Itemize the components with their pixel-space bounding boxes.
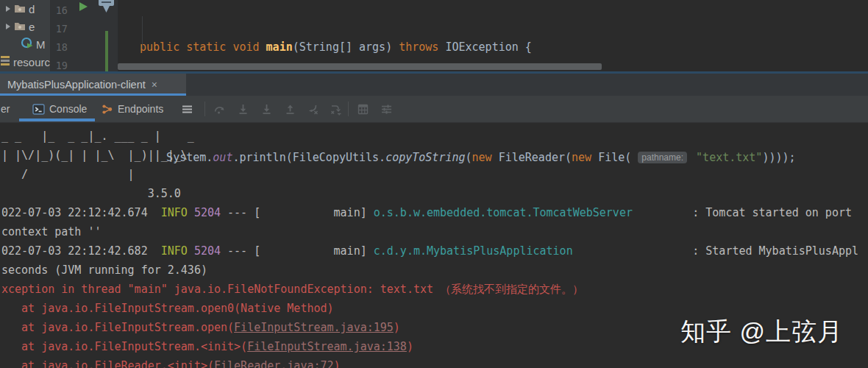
token xyxy=(188,244,194,258)
resources-root-icon xyxy=(1,55,10,68)
token: at java.io.FileInputStream.open( xyxy=(1,321,234,334)
stacktrace-link[interactable]: FileInputStream.java:138 xyxy=(247,340,407,353)
tree-item-folder-2[interactable]: e xyxy=(0,19,35,34)
line-number: 16 xyxy=(51,1,68,20)
tree-item-label: M xyxy=(36,38,46,51)
token: ) xyxy=(334,359,341,368)
chevron-right-icon[interactable] xyxy=(6,6,10,12)
console-line: context path '' xyxy=(1,222,868,241)
token: ) xyxy=(394,321,400,334)
token: 022-07-03 22:12:42.682 xyxy=(1,244,161,258)
code-line-16: public static void main(String[] args) t… xyxy=(140,38,796,57)
run-tab-bar: MybatisPlusApplication-client × xyxy=(0,74,868,96)
token xyxy=(188,206,194,219)
arrow-cross-text-icon[interactable] xyxy=(330,103,342,116)
partial-tab-label[interactable]: er xyxy=(1,103,10,115)
hamburger-menu-icon[interactable] xyxy=(181,103,193,116)
token: main xyxy=(266,40,293,54)
token: at java.io.FileInputStream.open0(Native … xyxy=(1,302,334,315)
console-tab-underline xyxy=(19,118,95,121)
watermark: 知乎 @上弦月 xyxy=(680,315,843,349)
token: _ _ |_ _ _|_. ___ _ | _ xyxy=(1,130,194,143)
chevron-right-icon[interactable] xyxy=(6,24,10,29)
console-line: seconds (JVM running for 2.436) xyxy=(1,261,868,280)
tree-item-label: resource xyxy=(13,56,51,68)
run-gutter-icon[interactable] xyxy=(79,2,88,11)
line-number: 17 xyxy=(51,20,68,38)
token: 3.5.0 xyxy=(1,187,181,200)
run-tab[interactable]: MybatisPlusApplication-client × xyxy=(0,74,186,96)
tree-item-label: d xyxy=(29,3,35,15)
vcs-change-bar xyxy=(105,31,108,71)
console-line: / | xyxy=(1,165,868,184)
token: public static void xyxy=(140,40,266,54)
terminal-icon xyxy=(32,103,45,116)
tree-item-resources[interactable]: resource xyxy=(0,54,51,69)
token: INFO xyxy=(161,206,188,219)
console-line: 022-07-03 22:12:42.674 INFO 5204 --- [ m… xyxy=(1,203,868,222)
token: | |\/|_)(_| | |_\ |_)||_|_\ xyxy=(1,149,188,162)
run-tab-title: MybatisPlusApplication-client xyxy=(7,79,146,91)
folder-icon xyxy=(14,2,26,16)
tree-item-folder-1[interactable]: d xyxy=(0,1,35,16)
run-toolbar: er Console Endpoints xyxy=(0,96,868,123)
tree-item-class[interactable]: M xyxy=(21,37,46,52)
toolbar-separator xyxy=(204,102,205,116)
tab-console[interactable]: Console xyxy=(49,103,87,115)
line-numbers: 16 17 18 19 xyxy=(51,1,68,75)
token: / | xyxy=(1,168,135,181)
stacktrace-link[interactable]: FileReader.java:72 xyxy=(214,359,334,368)
folder-icon xyxy=(14,20,26,34)
project-tree: d e M xyxy=(0,0,51,71)
console-line: xception in thread "main" java.io.FileNo… xyxy=(1,280,868,299)
console-line: at java.io.FileReader.<init>(FileReader.… xyxy=(1,356,868,368)
token: at java.io.FileInputStream.<init>( xyxy=(1,340,247,353)
token: --- [ main] xyxy=(221,244,374,258)
console-line: | |\/|_)(_| | |_\ |_)||_|_\ xyxy=(1,146,868,165)
console-line: 3.5.0 xyxy=(1,184,868,203)
arrow-down-to-line-icon[interactable] xyxy=(237,103,249,116)
tab-endpoints[interactable]: Endpoints xyxy=(118,103,163,115)
token: o.s.b.w.embedded.tomcat.TomcatWebServer xyxy=(374,206,633,219)
tree-item-label: e xyxy=(29,21,35,33)
token: throws xyxy=(399,40,438,54)
filter-sliders-icon[interactable] xyxy=(380,103,393,116)
indent-guide xyxy=(142,16,143,49)
token: (String[] args) xyxy=(293,40,399,54)
arc-arrow-over-icon[interactable] xyxy=(213,103,226,116)
token: ) xyxy=(407,340,413,353)
endpoints-icon xyxy=(101,103,113,116)
editor-gutter: 16 17 18 19 xyxy=(50,0,118,71)
stacktrace-link[interactable]: FileInputStream.java:195 xyxy=(234,321,394,334)
gutter-pin-icon xyxy=(97,0,116,21)
close-icon[interactable]: × xyxy=(152,79,157,91)
token: seconds (JVM running for 2.436) xyxy=(1,263,207,277)
editor-pane: public static void main(String[] args) t… xyxy=(0,0,868,71)
table-grid-icon[interactable] xyxy=(357,103,369,116)
console-line: _ _ |_ _ _|_. ___ _ | _ xyxy=(1,127,868,146)
token: 022-07-03 22:12:42.674 xyxy=(1,206,161,219)
token: INFO xyxy=(161,244,188,258)
token: 5204 xyxy=(194,206,221,219)
token: --- [ main] xyxy=(221,206,374,219)
token: context path '' xyxy=(1,225,101,238)
token: : Started MybatisPlusAppl xyxy=(573,244,858,258)
token: c.d.y.m.MybatisPlusApplication xyxy=(374,244,573,258)
token: xception in thread "main" java.io.FileNo… xyxy=(1,283,583,296)
arrow-down-to-line-icon-2[interactable] xyxy=(260,103,273,116)
toolbar-separator xyxy=(348,102,349,116)
token: at java.io.FileReader.<init>( xyxy=(1,359,214,368)
token: 5204 xyxy=(194,244,221,258)
ide-window: public static void main(String[] args) t… xyxy=(0,0,868,368)
horizontal-scrollbar[interactable] xyxy=(118,63,602,70)
console-line: 022-07-03 22:12:42.682 INFO 5204 --- [ m… xyxy=(1,241,868,261)
spring-boot-class-icon xyxy=(21,37,33,52)
token: IOException { xyxy=(438,40,531,54)
arrow-up-from-line-icon[interactable] xyxy=(284,103,296,116)
arrow-cross-icon[interactable] xyxy=(307,103,319,116)
token: : Tomcat started on port xyxy=(633,206,852,219)
line-number: 18 xyxy=(51,38,68,57)
